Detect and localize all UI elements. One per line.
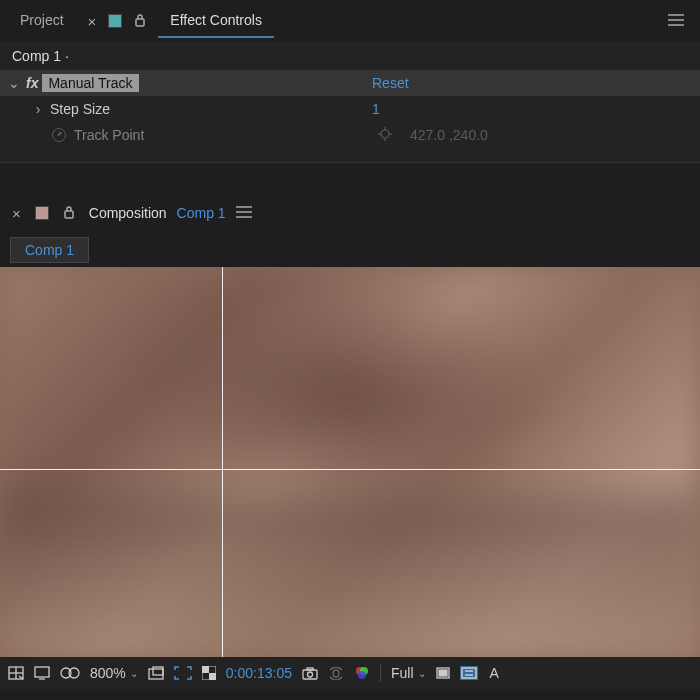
composition-viewer[interactable] bbox=[0, 267, 700, 657]
breadcrumb-bar: Comp 1 bbox=[0, 233, 700, 267]
layer-color-swatch[interactable] bbox=[108, 14, 122, 28]
separator bbox=[380, 664, 381, 682]
reset-link[interactable]: Reset bbox=[372, 75, 409, 91]
effect-controls-panel: Comp 1 · ⌄ fx Manual Track Reset › Step … bbox=[0, 42, 700, 163]
fx-icon[interactable]: fx bbox=[22, 75, 42, 91]
prop-track-point-label: Track Point bbox=[74, 127, 144, 143]
panel-menu-icon[interactable] bbox=[660, 9, 692, 33]
timecode-field[interactable]: 0:00:13:05 bbox=[226, 665, 292, 681]
prop-step-size-row[interactable]: › Step Size 1 bbox=[0, 96, 700, 122]
region-of-interest-icon[interactable] bbox=[174, 666, 192, 680]
panel-menu-icon[interactable] bbox=[236, 205, 252, 221]
grid-icon[interactable] bbox=[8, 666, 24, 680]
effect-controls-tab-bar: Project × Effect Controls bbox=[0, 0, 700, 42]
view-layout-icon[interactable] bbox=[436, 667, 450, 679]
color-channels-icon[interactable] bbox=[354, 666, 370, 680]
prop-track-point-x[interactable]: 427.0 ,240.0 bbox=[410, 127, 488, 143]
crosshair-horizontal bbox=[0, 469, 700, 470]
composition-name-link[interactable]: Comp 1 bbox=[177, 205, 226, 221]
svg-rect-17 bbox=[35, 667, 49, 677]
layer-color-swatch[interactable] bbox=[35, 206, 49, 220]
prop-step-size-label: Step Size bbox=[50, 101, 110, 117]
svg-rect-34 bbox=[439, 670, 447, 676]
view-a-label[interactable]: A bbox=[490, 665, 499, 681]
mask-icon[interactable] bbox=[60, 667, 80, 679]
tab-project[interactable]: Project bbox=[8, 4, 76, 38]
effect-controls-source-label: Comp 1 · bbox=[0, 42, 700, 70]
prop-step-size-value[interactable]: 1 bbox=[372, 101, 380, 117]
display-icon[interactable] bbox=[34, 666, 50, 680]
svg-rect-24 bbox=[209, 673, 216, 680]
prop-twirl-icon[interactable]: › bbox=[30, 101, 46, 117]
svg-rect-26 bbox=[303, 670, 317, 679]
composition-label: Composition bbox=[89, 205, 167, 221]
prop-track-point-row[interactable]: Track Point 427.0 ,240.0 bbox=[0, 122, 700, 148]
show-snapshot-icon[interactable] bbox=[328, 667, 344, 680]
resolution-dropdown[interactable]: Full ⌄ bbox=[391, 665, 426, 681]
svg-rect-28 bbox=[307, 668, 313, 670]
point-target-icon[interactable] bbox=[378, 127, 392, 144]
chevron-down-icon: ⌄ bbox=[130, 668, 138, 679]
zoom-value: 800% bbox=[90, 665, 126, 681]
svg-point-32 bbox=[358, 671, 366, 679]
composition-tab-bar: × Composition Comp 1 bbox=[0, 193, 700, 233]
svg-rect-9 bbox=[65, 211, 73, 218]
viewer-bottom-bar: 800% ⌄ 0:00:13:05 Full ⌄ bbox=[0, 657, 700, 689]
svg-point-27 bbox=[307, 672, 312, 677]
svg-rect-22 bbox=[153, 667, 163, 675]
svg-point-4 bbox=[381, 130, 389, 138]
close-tab-icon[interactable]: × bbox=[8, 201, 25, 226]
stopwatch-icon[interactable] bbox=[52, 128, 66, 142]
svg-rect-35 bbox=[462, 668, 476, 678]
lock-icon[interactable] bbox=[130, 13, 150, 30]
composition-panel: × Composition Comp 1 Comp 1 800% bbox=[0, 193, 700, 689]
chevron-down-icon: ⌄ bbox=[418, 668, 426, 679]
effect-twirl-icon[interactable]: ⌄ bbox=[6, 75, 22, 91]
zoom-dropdown[interactable]: 800% ⌄ bbox=[90, 665, 138, 681]
close-tab-icon[interactable]: × bbox=[84, 9, 101, 34]
transparency-grid-icon[interactable] bbox=[202, 666, 216, 680]
resolution-value: Full bbox=[391, 665, 414, 681]
svg-rect-0 bbox=[136, 19, 144, 26]
resolution-half-icon[interactable] bbox=[148, 666, 164, 680]
lock-icon[interactable] bbox=[59, 205, 79, 222]
snapshot-icon[interactable] bbox=[302, 667, 318, 680]
svg-point-29 bbox=[333, 670, 339, 677]
effect-name[interactable]: Manual Track bbox=[42, 74, 138, 92]
svg-rect-21 bbox=[149, 669, 163, 679]
breadcrumb-comp[interactable]: Comp 1 bbox=[10, 237, 89, 263]
crosshair-vertical bbox=[222, 267, 223, 657]
effect-header-row[interactable]: ⌄ fx Manual Track Reset bbox=[0, 70, 700, 96]
svg-rect-23 bbox=[202, 666, 209, 673]
pixel-aspect-icon[interactable] bbox=[460, 666, 478, 680]
tab-effect-controls[interactable]: Effect Controls bbox=[158, 4, 274, 38]
